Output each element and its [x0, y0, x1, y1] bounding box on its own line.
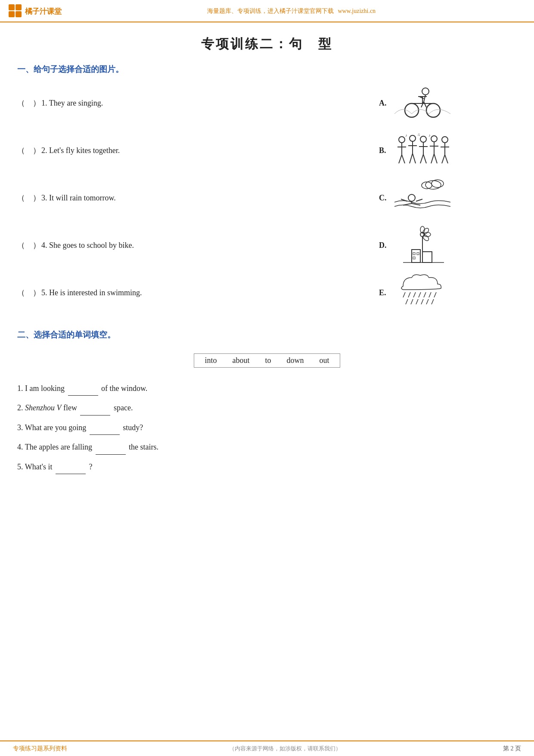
svg-point-55	[422, 234, 430, 242]
svg-line-71	[411, 299, 413, 304]
svg-line-72	[416, 299, 418, 304]
svg-line-67	[424, 292, 426, 297]
footer-center: （内容来源于网络，如涉版权，请联系我们）	[229, 745, 341, 753]
svg-line-13	[424, 102, 426, 107]
svg-rect-3	[16, 11, 22, 17]
svg-line-17	[399, 155, 402, 163]
svg-text:♪: ♪	[405, 133, 407, 137]
picture-c: C.	[379, 174, 517, 222]
svg-line-50	[416, 199, 422, 201]
footer-right: 第 2 页	[503, 745, 521, 753]
svg-line-70	[406, 299, 408, 304]
list-item: 5. What's it ?	[17, 460, 517, 474]
picture-e: E.	[379, 269, 517, 316]
header-slogan: 海量题库、专项训练，进入橘子汁课堂官网下载 www.juzizhi.cn	[62, 7, 521, 15]
list-item: 4. The apples are falling the stairs.	[17, 440, 517, 454]
blank-1	[68, 381, 98, 396]
svg-rect-57	[412, 250, 420, 262]
svg-line-69	[434, 292, 436, 297]
svg-line-37	[442, 155, 445, 163]
list-item: 1. I am looking of the window.	[17, 381, 517, 396]
svg-point-14	[399, 137, 405, 143]
svg-rect-58	[422, 252, 432, 262]
logo-icon	[9, 4, 22, 18]
picture-a: A.	[379, 79, 517, 127]
svg-line-66	[419, 292, 421, 297]
page-title: 专项训练二：句 型	[0, 35, 534, 53]
svg-line-63	[403, 292, 405, 297]
svg-line-28	[423, 154, 426, 163]
drawing-rain	[394, 273, 450, 312]
part1-container: （ ） 1. They are singing. （ ） 2. Let's fl…	[17, 79, 517, 316]
picture-d: D.	[379, 222, 517, 269]
svg-point-29	[431, 136, 437, 142]
svg-point-45	[408, 194, 415, 201]
svg-rect-59	[413, 253, 415, 255]
svg-rect-61	[413, 257, 415, 259]
svg-line-73	[421, 299, 423, 304]
footer-left: 专项练习题系列资料	[13, 745, 67, 753]
list-item: （ ） 5. He is interested in swimming.	[17, 269, 379, 316]
blank-4	[96, 440, 126, 454]
svg-rect-0	[9, 4, 15, 10]
word-box: into about to down out	[194, 353, 340, 368]
drawing-bike	[394, 84, 450, 122]
svg-line-10	[424, 95, 425, 102]
svg-line-32	[431, 154, 434, 163]
svg-point-53	[422, 227, 430, 235]
part1-heading: 一、给句子选择合适的图片。	[17, 64, 517, 75]
list-item: （ ） 2. Let's fly kites together.	[17, 127, 379, 174]
svg-line-75	[432, 299, 434, 304]
list-item: （ ） 1. They are singing.	[17, 79, 379, 127]
blank-2	[80, 401, 110, 415]
drawing-kite	[394, 226, 450, 265]
drawing-singing: ♪ ♫ ♪	[394, 131, 450, 170]
list-item: （ ） 3. It will rain tomorrow.	[17, 174, 379, 222]
part2-heading: 二、选择合适的单词填空。	[17, 329, 517, 341]
svg-line-33	[434, 154, 437, 163]
svg-line-47	[403, 203, 412, 205]
svg-text:♪: ♪	[428, 133, 431, 137]
logo-text: 橘子汁课堂	[25, 6, 62, 16]
svg-rect-1	[16, 4, 22, 10]
svg-point-34	[442, 137, 448, 143]
svg-line-68	[429, 292, 431, 297]
svg-point-9	[422, 88, 429, 95]
blank-3	[90, 421, 120, 435]
pictures-col: A. B.	[379, 79, 517, 316]
blank-5	[56, 460, 86, 474]
svg-line-38	[445, 155, 448, 163]
logo-area: 橘子汁课堂	[9, 4, 62, 18]
svg-point-24	[420, 136, 426, 142]
svg-line-74	[426, 299, 428, 304]
svg-line-23	[413, 153, 416, 163]
list-item: 3. What are you going study?	[17, 421, 517, 435]
svg-rect-2	[9, 11, 15, 17]
header: 橘子汁课堂 海量题库、专项训练，进入橘子汁课堂官网下载 www.juzizhi.…	[0, 0, 534, 22]
svg-line-64	[408, 292, 410, 297]
svg-rect-60	[417, 253, 419, 255]
svg-text:♫: ♫	[417, 132, 420, 137]
svg-point-4	[426, 103, 440, 117]
picture-b: B.	[379, 127, 517, 174]
svg-line-22	[410, 153, 413, 163]
questions-col: （ ） 1. They are singing. （ ） 2. Let's fl…	[17, 79, 379, 316]
list-item: 2. Shenzhou V flew space.	[17, 401, 517, 415]
svg-point-43	[432, 180, 444, 187]
list-item: （ ） 4. She goes to school by bike.	[17, 222, 379, 269]
drawing-swimming	[394, 178, 450, 217]
svg-line-18	[402, 155, 405, 163]
footer: 专项练习题系列资料 （内容来源于网络，如涉版权，请联系我们） 第 2 页	[0, 740, 534, 756]
svg-line-27	[420, 154, 423, 163]
svg-point-19	[410, 135, 416, 141]
svg-line-65	[413, 292, 416, 297]
part2-container: into about to down out 1. I am looking o…	[17, 349, 517, 474]
